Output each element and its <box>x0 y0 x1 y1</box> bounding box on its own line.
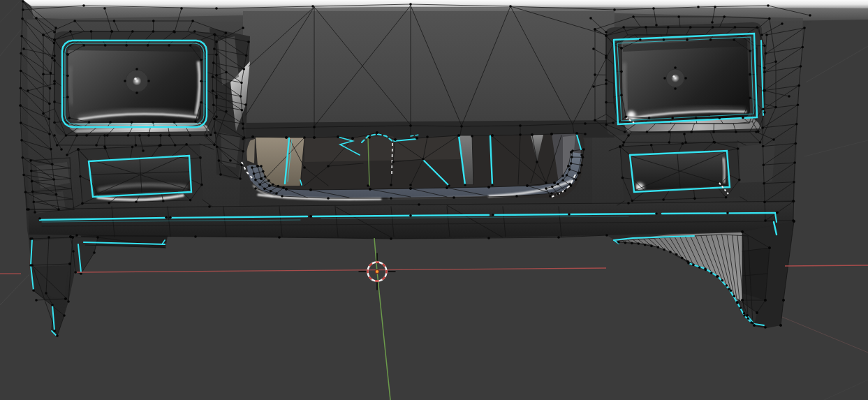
grille-opening[interactable] <box>246 132 585 200</box>
right-wheel-arch[interactable] <box>607 232 784 328</box>
right-lower-vent[interactable] <box>620 141 740 201</box>
right-headlight-recess[interactable] <box>606 22 765 134</box>
left-lower-vent[interactable] <box>78 144 203 204</box>
left-bumper-leg[interactable] <box>29 235 78 336</box>
blender-3d-viewport[interactable] <box>0 0 868 400</box>
left-headlight-recess[interactable] <box>54 31 216 136</box>
x-axis-line <box>0 265 868 268</box>
cursor-3d <box>367 261 388 282</box>
